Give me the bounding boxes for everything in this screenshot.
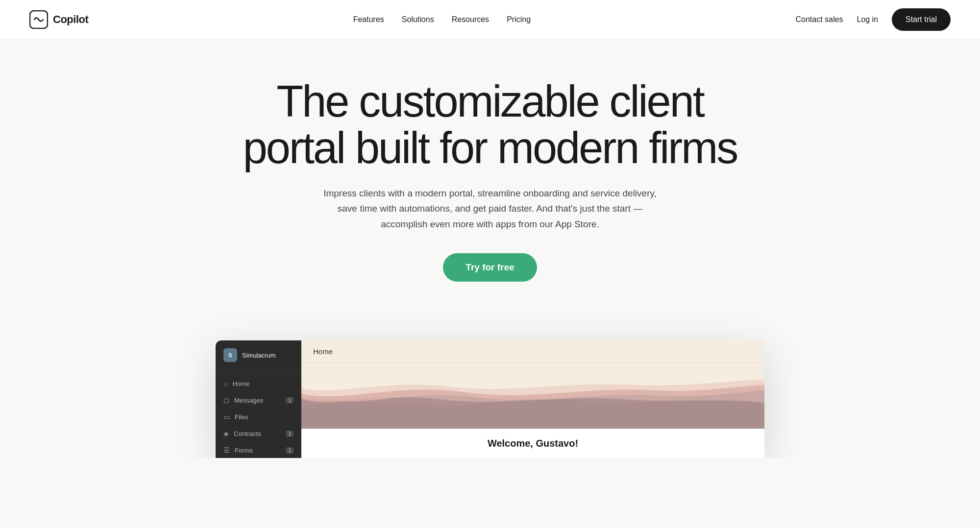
app-window: S Simulacrum ⌂ Home ◻ Messages 1 ▭ Files xyxy=(216,340,764,458)
logo-icon xyxy=(29,10,48,29)
sidebar-item-forms[interactable]: ☰ Forms 1 xyxy=(216,442,301,458)
app-sidebar: S Simulacrum ⌂ Home ◻ Messages 1 ▭ Files xyxy=(216,340,301,458)
sidebar-item-forms-label: Forms xyxy=(235,447,253,454)
hero-subtext: Impress clients with a modern portal, st… xyxy=(323,186,657,232)
nav-solutions[interactable]: Solutions xyxy=(402,15,434,24)
hero-heading-line1: The customizable client xyxy=(276,77,703,126)
log-in-link[interactable]: Log in xyxy=(857,15,878,24)
wave-chart-area xyxy=(301,363,764,429)
sidebar-item-contracts[interactable]: ◈ Contracts 1 xyxy=(216,425,301,442)
sidebar-item-contracts-label: Contracts xyxy=(234,430,261,437)
home-icon: ⌂ xyxy=(223,380,227,387)
hero-section: The customizable client portal built for… xyxy=(0,39,980,311)
forms-badge: 1 xyxy=(286,447,294,454)
contracts-icon: ◈ xyxy=(223,430,229,437)
nav-pricing[interactable]: Pricing xyxy=(507,15,531,24)
welcome-section: Welcome, Gustavo! xyxy=(301,429,764,458)
nav-features[interactable]: Features xyxy=(353,15,384,24)
nav-resources[interactable]: Resources xyxy=(452,15,489,24)
navbar: Copilot Features Solutions Resources Pri… xyxy=(0,0,980,39)
sidebar-header: S Simulacrum xyxy=(216,340,301,370)
sidebar-item-files[interactable]: ▭ Files xyxy=(216,408,301,425)
logo-text: Copilot xyxy=(53,13,88,26)
try-for-free-button[interactable]: Try for free xyxy=(443,253,537,282)
wave-chart xyxy=(301,363,764,429)
app-preview: S Simulacrum ⌂ Home ◻ Messages 1 ▭ Files xyxy=(196,340,784,458)
sidebar-nav: ⌂ Home ◻ Messages 1 ▭ Files ◈ Contracts … xyxy=(216,370,301,458)
contact-sales-link[interactable]: Contact sales xyxy=(795,15,843,24)
sidebar-item-home[interactable]: ⌂ Home xyxy=(216,375,301,392)
app-main-header: Home xyxy=(301,340,764,363)
sidebar-item-messages-label: Messages xyxy=(234,397,263,404)
app-main-content: Home Welcome, Gustavo! xyxy=(301,340,764,458)
nav-right: Contact sales Log in Start trial xyxy=(795,8,951,31)
nav-links: Features Solutions Resources Pricing xyxy=(353,15,531,24)
messages-icon: ◻ xyxy=(223,396,229,404)
hero-heading-line2: portal built for modern firms xyxy=(243,123,737,172)
hero-heading: The customizable client portal built for… xyxy=(196,78,784,171)
sidebar-item-messages[interactable]: ◻ Messages 1 xyxy=(216,392,301,408)
forms-icon: ☰ xyxy=(223,446,230,454)
messages-badge: 1 xyxy=(286,397,294,404)
sidebar-item-home-label: Home xyxy=(232,380,249,387)
sidebar-company-avatar: S xyxy=(223,348,237,362)
files-icon: ▭ xyxy=(223,413,230,421)
sidebar-item-files-label: Files xyxy=(235,413,248,421)
welcome-title: Welcome, Gustavo! xyxy=(311,438,755,449)
contracts-badge: 1 xyxy=(286,431,294,437)
sidebar-company-name: Simulacrum xyxy=(242,352,276,359)
start-trial-button[interactable]: Start trial xyxy=(892,8,951,31)
logo[interactable]: Copilot xyxy=(29,10,88,29)
